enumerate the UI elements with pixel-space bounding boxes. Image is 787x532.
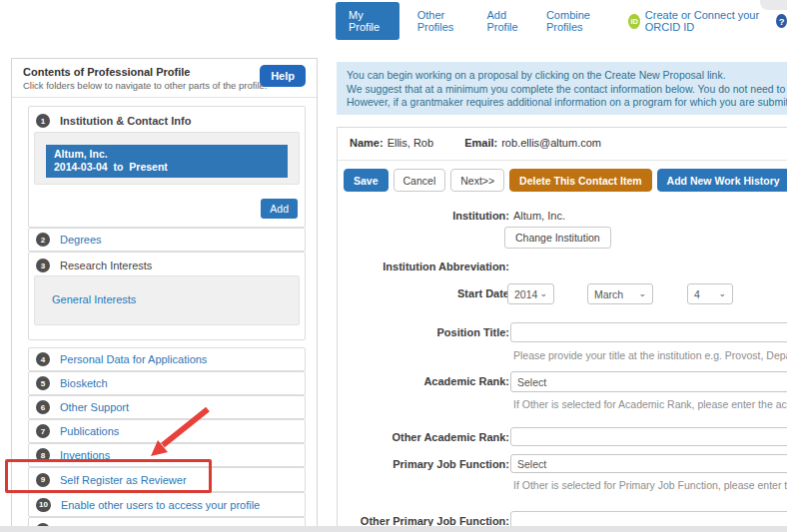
add-new-work-history-button[interactable]: Add New Work History (657, 169, 787, 192)
primary-job-function-value: Select (517, 458, 546, 470)
sidebar-item-label[interactable]: Personal Data for Applications (60, 353, 207, 365)
help-question-icon[interactable]: ? (776, 14, 787, 28)
position-title-input[interactable] (510, 322, 787, 342)
info-line: You can begin working on a proposal by c… (347, 69, 787, 83)
chevron-down-icon: ⌄ (638, 289, 646, 298)
position-title-help: Please provide your title at the institu… (513, 349, 787, 361)
position-title-label: Position Title: (338, 326, 509, 338)
tab-add-profile[interactable]: Add Profile (486, 9, 527, 33)
start-day-select[interactable]: 4 ⌄ (687, 283, 733, 304)
sidebar-item-biosketch[interactable]: 5 Biosketch (28, 371, 306, 395)
sidebar-item-label[interactable]: Publications (60, 425, 119, 437)
delete-contact-item-button[interactable]: Delete This Contact Item (509, 169, 652, 192)
sidebar-item-label[interactable]: Biosketch (60, 377, 108, 389)
general-interests-link[interactable]: General Interests (52, 293, 136, 305)
chevron-down-icon: ⌄ (718, 289, 726, 298)
sidebar-item-label[interactable]: Degrees (60, 234, 102, 246)
sidebar-item-publications[interactable]: 7 Publications (28, 419, 306, 443)
profile-identity-row: Name:Ellis, Rob Email:rob.ellis@altum.co… (338, 128, 787, 161)
orcid-id-icon: iD (628, 14, 639, 29)
academic-rank-value: Select (517, 376, 546, 388)
item-number-badge: 7 (36, 424, 50, 438)
start-day-value: 4 (694, 288, 700, 300)
sidebar-item-label[interactable]: Inventions (60, 449, 110, 461)
other-academic-rank-input[interactable] (510, 427, 787, 446)
item-number-badge: 1 (36, 114, 50, 128)
tab-combine-profiles[interactable]: Combine Profiles (546, 9, 611, 33)
name-label: Name: (350, 137, 384, 149)
work-history-dates: 2014-03-04 to Present (54, 161, 168, 173)
sidebar-header: Contents of Professional Profile Click f… (12, 59, 317, 98)
work-history-entry-selected[interactable]: Altum, Inc. 2014-03-04 to Present (46, 145, 288, 178)
sidebar-item-personal-data[interactable]: 4 Personal Data for Applications (28, 347, 306, 371)
orcid-connect[interactable]: iD Create or Connect your ORCID ID ? (628, 9, 787, 33)
sidebar-item-label[interactable]: Other Support (60, 401, 129, 413)
item-number-badge: 10 (36, 498, 51, 512)
work-history-org: Altum, Inc. (54, 148, 108, 160)
sidebar-item-self-register-reviewer[interactable]: 9 Self Register as Reviewer (28, 467, 306, 492)
institution-label: Institution: (338, 210, 509, 222)
sidebar-item-label[interactable]: Enable other users to access your profil… (61, 499, 260, 511)
item-number-badge: 5 (36, 376, 50, 390)
sidebar-item-label: Research Interests (60, 260, 152, 271)
next-button[interactable]: Next>> (450, 169, 504, 192)
primary-job-function-select[interactable]: Select (510, 454, 787, 473)
start-date-label: Start Date (338, 287, 509, 299)
profile-contents-sidebar: Contents of Professional Profile Click f… (11, 58, 318, 532)
sidebar-item-research-interests: 3 Research Interests General Interests (28, 252, 306, 340)
cancel-button[interactable]: Cancel (394, 169, 446, 192)
sidebar-item-institution-contact: 1 Institution & Contact Info Altum, Inc.… (28, 106, 306, 228)
sidebar-item-degrees[interactable]: 2 Degrees (28, 228, 306, 252)
add-work-entry-button[interactable]: Add (261, 199, 298, 219)
info-message-box: You can begin working on a proposal by c… (337, 62, 787, 115)
chevron-down-icon: ⌄ (539, 289, 547, 298)
research-interests-panel: General Interests (34, 275, 300, 325)
start-year-value: 2014 (514, 288, 537, 300)
help-button[interactable]: Help (260, 65, 306, 87)
work-history-panel: Altum, Inc. 2014-03-04 to Present (34, 132, 300, 185)
primary-job-function-label: Primary Job Function: (338, 458, 509, 470)
name-value: Ellis, Rob (388, 137, 433, 149)
item-number-badge: 9 (36, 473, 50, 487)
orcid-connect-link[interactable]: Create or Connect your ORCID ID (645, 9, 772, 33)
sidebar-item-label: Institution & Contact Info (60, 115, 191, 127)
institution-value: Altum, Inc. (513, 210, 565, 222)
start-month-select[interactable]: March ⌄ (587, 283, 653, 304)
academic-rank-help: If Other is selected for Academic Rank, … (513, 398, 787, 410)
item-number-badge: 8 (36, 448, 50, 462)
form-actions: Save Cancel Next>> Delete This Contact I… (338, 162, 787, 192)
sidebar-item-enable-other-users[interactable]: 10 Enable other users to access your pro… (28, 492, 306, 517)
email-label: Email: (464, 137, 497, 149)
tab-my-profile[interactable]: My Profile (336, 2, 399, 40)
item-number-badge: 3 (36, 259, 50, 272)
item-number-badge: 4 (36, 352, 50, 366)
save-button[interactable]: Save (344, 169, 389, 192)
other-academic-rank-label: Other Academic Rank: (338, 431, 509, 443)
info-line: We suggest that at a minimum you complet… (347, 83, 787, 97)
email-value: rob.ellis@altum.com (501, 137, 601, 149)
window-bottom-edge (0, 526, 787, 532)
app-window: My Profile Other Profiles Add Profile Co… (0, 0, 787, 532)
contact-form-panel: Name:Ellis, Rob Email:rob.ellis@altum.co… (337, 127, 787, 532)
item-number-badge: 2 (36, 233, 50, 247)
item-number-badge: 6 (36, 400, 50, 414)
info-line: However, if a grantmaker requires additi… (347, 96, 787, 110)
institution-abbreviation-label: Institution Abbreviation: (338, 261, 509, 272)
start-year-select[interactable]: 2014 ⌄ (507, 283, 554, 304)
sidebar-item-inventions[interactable]: 8 Inventions (28, 443, 306, 467)
sidebar-item-other-support[interactable]: 6 Other Support (28, 395, 306, 419)
change-institution-button[interactable]: Change Institution (504, 227, 611, 249)
start-month-value: March (594, 288, 623, 300)
sidebar-item-label[interactable]: Self Register as Reviewer (60, 474, 187, 486)
top-nav: My Profile Other Profiles Add Profile Co… (336, 0, 787, 42)
tab-other-profiles[interactable]: Other Profiles (417, 9, 469, 33)
primary-job-function-help: If Other is selected for Primary Job Fun… (513, 479, 787, 491)
academic-rank-label: Academic Rank: (338, 375, 509, 387)
academic-rank-select[interactable]: Select (510, 371, 787, 392)
